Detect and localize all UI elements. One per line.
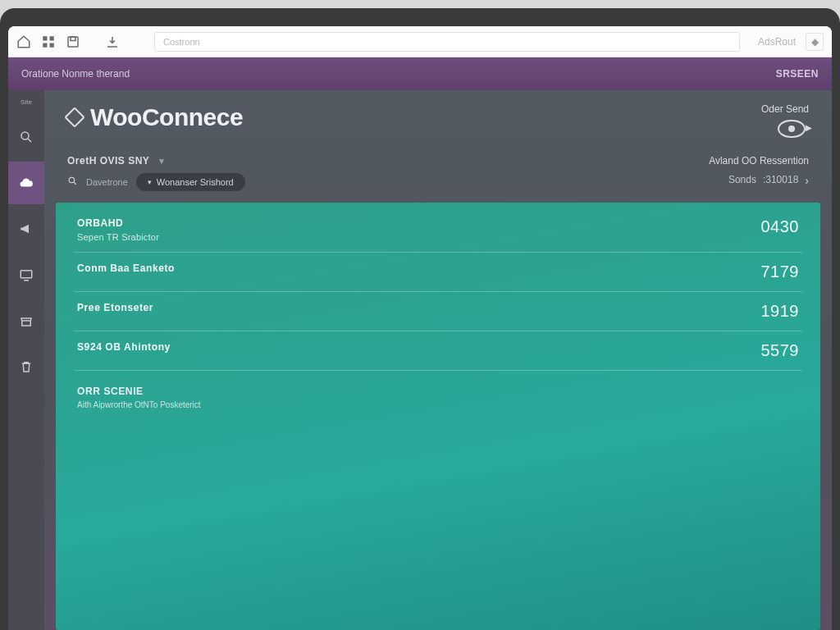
overview-tab[interactable]: OretH OVIS SNY ▼ [67, 155, 245, 173]
stat-title: S924 OB Ahintony [77, 341, 171, 353]
admin-bar: Oratione Nonme therand SRSEEN [8, 57, 832, 90]
sidebar-item-cloud[interactable] [8, 162, 44, 204]
sonds-value: :310018 [763, 171, 798, 189]
svg-rect-1 [50, 36, 54, 40]
address-bar[interactable]: Costronn [154, 32, 740, 52]
stat-row[interactable]: ORBAHD Sepen TR Srabictor 0430 [74, 214, 802, 253]
svg-rect-7 [21, 271, 32, 278]
header-meta: Avland OO Ressention Sonds :310018 › [709, 153, 809, 191]
filter-dropdown-label: Wonanser Srishord [157, 177, 234, 187]
sidebar-item-screen[interactable] [8, 253, 44, 296]
browser-toolbar: Costronn AdsRout ◆ [8, 26, 832, 57]
brand-logo-icon [64, 107, 84, 127]
disk-icon[interactable] [66, 34, 80, 49]
eye-icon[interactable]: ▶ [778, 120, 806, 138]
brand-block: WooConnece [67, 103, 243, 131]
chevron-right-icon[interactable]: › [805, 171, 809, 191]
stat-value: 0430 [761, 217, 800, 236]
arrow-right-icon: ▶ [806, 123, 812, 132]
chevron-down-icon: ▼ [158, 157, 166, 166]
svg-rect-2 [43, 43, 47, 47]
overview-tab-label: OretH OVIS SNY [67, 155, 149, 167]
admin-bar-left: Oratione Nonme therand [21, 68, 130, 80]
download-icon[interactable] [105, 34, 120, 49]
svg-rect-3 [50, 43, 54, 47]
app-sidebar: Site [8, 90, 44, 630]
sidebar-item-search[interactable] [8, 116, 44, 158]
main-content: WooConnece Oder Send ▶ OretH OVIS SNY [44, 90, 832, 630]
stat-title: ORBAHD [77, 217, 159, 229]
sonds-label: Sonds [728, 171, 756, 189]
svg-rect-4 [68, 37, 78, 47]
grid-icon[interactable] [41, 34, 56, 49]
stat-row[interactable]: S924 OB Ahintony 5579 [74, 331, 802, 371]
section2-sub: Aith Aipwrorthe OtNTo Posketerict [77, 400, 201, 409]
stat-value: 1919 [761, 302, 800, 321]
stat-title: Pree Etonseter [77, 302, 153, 313]
sidebar-item-trash[interactable] [8, 345, 44, 388]
stats-panel: ORBAHD Sepen TR Srabictor 0430 Conm Baa … [56, 203, 820, 630]
stat-title: Conm Baa Eanketo [77, 262, 175, 274]
stat-value: 5579 [761, 341, 800, 360]
search-icon[interactable] [67, 176, 78, 189]
meta-line1: Avland OO Ressention [709, 153, 809, 171]
brand-title: WooConnece [90, 103, 243, 131]
home-icon[interactable] [16, 34, 31, 49]
section2-header: ORR SCENIE [77, 386, 201, 397]
sidebar-item-store[interactable] [8, 299, 44, 342]
address-placeholder: Costronn [163, 37, 200, 47]
toolbar-right-label: AdsRout [758, 36, 796, 48]
sidebar-label: Site [21, 98, 32, 106]
order-send-label: Oder Send [761, 103, 809, 115]
stat-row[interactable]: Pree Etonseter 1919 [74, 292, 802, 331]
order-send-block: Oder Send ▶ [761, 103, 809, 138]
stat-value: 7179 [761, 262, 800, 281]
svg-rect-0 [43, 36, 47, 40]
svg-point-6 [21, 132, 29, 139]
search-label: Davetrone [86, 177, 128, 187]
svg-rect-5 [71, 37, 75, 41]
stat-row[interactable]: Conm Baa Eanketo 7179 [74, 253, 802, 292]
filter-dropdown[interactable]: ▾ Wonanser Srishord [136, 173, 245, 191]
svg-point-8 [69, 177, 75, 183]
stat-section-2: ORR SCENIE Aith Aipwrorthe OtNTo Poskete… [74, 371, 802, 419]
chevron-down-small-icon: ▾ [148, 178, 152, 186]
extension-icon[interactable]: ◆ [806, 33, 824, 51]
stat-sub: Sepen TR Srabictor [77, 232, 159, 242]
admin-bar-right[interactable]: SRSEEN [776, 68, 819, 80]
sidebar-item-megaphone[interactable] [8, 208, 44, 250]
